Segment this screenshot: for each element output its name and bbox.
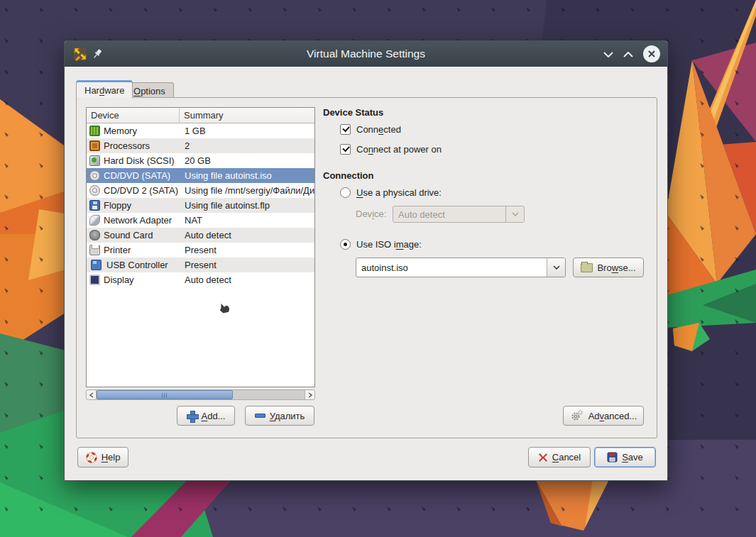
device-name: Printer xyxy=(104,245,131,255)
column-header-device[interactable]: Device xyxy=(87,108,180,123)
device-table-header: Device Summary xyxy=(87,108,314,123)
device-summary: Auto detect xyxy=(180,275,314,285)
device-summary: 20 GB xyxy=(180,155,314,166)
chevron-down-icon[interactable] xyxy=(603,48,613,60)
device-name: Processors xyxy=(104,140,150,151)
device-name: Floppy xyxy=(104,200,131,211)
scrollbar-thumb[interactable] xyxy=(97,390,233,399)
table-row[interactable]: FloppyUsing file autoinst.flp xyxy=(87,198,314,213)
usb-icon xyxy=(91,260,102,270)
lifebuoy-icon xyxy=(86,452,97,463)
device-summary: 2 xyxy=(180,140,314,151)
connection-heading: Connection xyxy=(323,170,374,181)
cancel-button[interactable]: Cancel xyxy=(528,447,591,467)
iso-dropdown-button[interactable] xyxy=(547,258,565,277)
device-cell: Floppy xyxy=(87,200,180,211)
device-cell: CD/DVD (SATA) xyxy=(87,170,180,181)
connect-at-power-on-row[interactable]: Connect at power on xyxy=(340,144,442,155)
device-summary: Auto detect xyxy=(180,230,314,240)
close-button[interactable] xyxy=(643,45,660,62)
table-row[interactable]: PrinterPresent xyxy=(87,243,314,258)
floppy-save-icon xyxy=(607,452,618,463)
save-button[interactable]: Save xyxy=(594,447,656,467)
device-table-body: Memory1 GBProcessors2Hard Disk (SCSI)20 … xyxy=(87,123,314,287)
table-row[interactable]: Network AdapterNAT xyxy=(87,213,314,228)
device-cell: CD/DVD 2 (SATA) xyxy=(87,185,180,196)
cd-icon xyxy=(89,185,100,196)
table-row[interactable]: Processors2 xyxy=(87,138,314,153)
memory-icon xyxy=(89,126,100,136)
vmware-app-icon xyxy=(72,45,89,62)
hand-cursor xyxy=(215,301,232,318)
device-summary: Using file autoinst.iso xyxy=(180,170,314,181)
chevron-down-icon xyxy=(505,206,524,222)
physical-drive-row[interactable]: Use a physical drive: xyxy=(340,187,442,198)
connect-at-power-on-checkbox[interactable] xyxy=(340,144,351,155)
device-cell: Hard Disk (SCSI) xyxy=(87,155,180,166)
iso-image-combobox[interactable]: autoinst.iso xyxy=(356,258,566,277)
device-summary: Present xyxy=(180,245,314,255)
device-label: Device: xyxy=(356,209,386,219)
chevron-down-icon xyxy=(553,265,560,270)
add-device-button[interactable]: Add... xyxy=(177,406,235,426)
device-name: Network Adapter xyxy=(104,215,172,226)
physical-device-dropdown: Auto detect xyxy=(393,206,525,223)
remove-device-button[interactable]: Удалить xyxy=(245,406,314,426)
table-row[interactable]: Memory1 GB xyxy=(87,123,314,138)
chevron-up-icon[interactable] xyxy=(623,48,633,60)
scroll-right-button[interactable] xyxy=(305,390,314,399)
hard-disk-icon xyxy=(89,155,100,166)
device-summary: Present xyxy=(180,260,314,270)
iso-image-radio[interactable] xyxy=(340,239,351,250)
scroll-left-button[interactable] xyxy=(87,390,97,399)
device-cell: USB Controller xyxy=(87,260,180,270)
sound-icon xyxy=(89,230,100,240)
horizontal-scrollbar[interactable] xyxy=(86,389,315,400)
device-cell: Display xyxy=(87,275,180,285)
table-row[interactable]: CD/DVD 2 (SATA)Using file /mnt/sergiy/Фа… xyxy=(87,183,314,198)
scroll-right-icon xyxy=(308,392,312,398)
device-summary: Using file /mnt/sergiy/Файли/Ди xyxy=(180,185,314,196)
device-summary: Using file autoinst.flp xyxy=(180,200,314,211)
advanced-button[interactable]: Advanced... xyxy=(563,406,644,426)
help-button[interactable]: Help xyxy=(77,447,128,467)
physical-drive-radio[interactable] xyxy=(340,187,351,198)
titlebar[interactable]: Virtual Machine Settings xyxy=(65,41,667,67)
connected-row[interactable]: Connected xyxy=(340,124,401,135)
iso-image-row[interactable]: Use ISO image: xyxy=(340,239,422,250)
red-x-icon xyxy=(538,453,548,463)
device-cell: Sound Card xyxy=(87,230,180,240)
floppy-icon xyxy=(89,200,100,211)
scrollbar-grip xyxy=(162,393,168,398)
device-summary: 1 GB xyxy=(180,126,314,136)
device-name: USB Controller xyxy=(106,260,168,270)
printer-icon xyxy=(89,245,100,255)
device-summary: NAT xyxy=(180,215,314,226)
browse-button[interactable]: Browse... xyxy=(573,258,644,277)
device-cell: Processors xyxy=(87,140,180,151)
physical-device-value: Auto detect xyxy=(393,206,505,222)
iso-image-value[interactable]: autoinst.iso xyxy=(356,258,547,277)
pin-icon[interactable] xyxy=(89,45,106,62)
column-header-summary[interactable]: Summary xyxy=(180,108,314,123)
cd-icon xyxy=(89,170,100,181)
table-row[interactable]: USB ControllerPresent xyxy=(87,258,314,272)
close-icon xyxy=(647,50,656,58)
device-name: CD/DVD (SATA) xyxy=(104,170,170,181)
connected-checkbox[interactable] xyxy=(340,124,351,135)
plus-icon xyxy=(187,411,197,421)
vm-settings-dialog: Virtual Machine Settings Hardware Option… xyxy=(64,40,668,481)
table-row[interactable]: Sound CardAuto detect xyxy=(87,228,314,243)
table-row[interactable]: Hard Disk (SCSI)20 GB xyxy=(87,153,314,168)
window-title: Virtual Machine Settings xyxy=(65,48,667,60)
device-name: Memory xyxy=(104,126,137,136)
device-cell: Printer xyxy=(87,245,180,255)
minus-icon xyxy=(255,414,265,418)
folder-icon xyxy=(581,263,593,272)
display-icon xyxy=(89,275,100,285)
table-row[interactable]: CD/DVD (SATA)Using file autoinst.iso xyxy=(87,168,314,183)
table-row[interactable]: DisplayAuto detect xyxy=(87,272,314,287)
tab-hardware[interactable]: Hardware xyxy=(76,80,133,98)
device-status-heading: Device Status xyxy=(323,107,383,118)
device-name: Sound Card xyxy=(104,230,153,240)
